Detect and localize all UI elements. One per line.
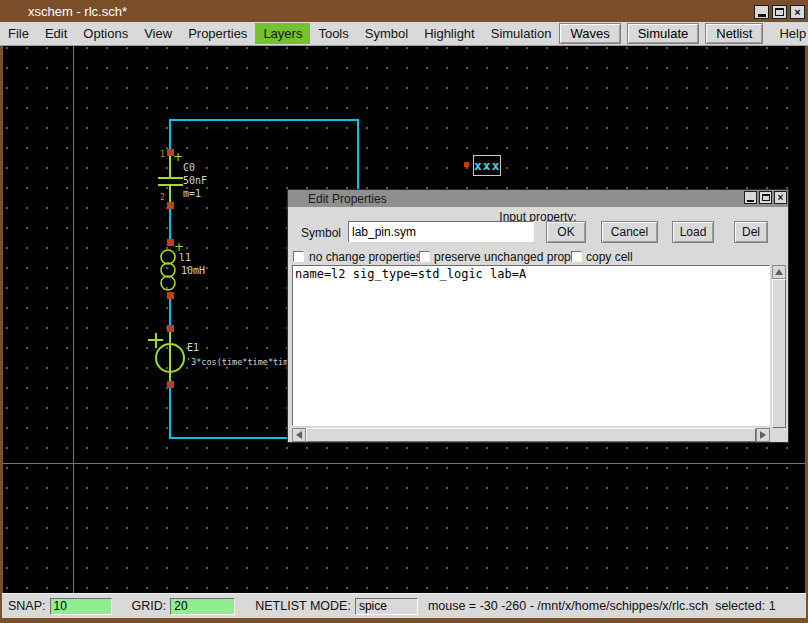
net-label-pin [464,162,469,167]
source-pin-bottom [167,381,174,388]
load-button[interactable]: Load [672,221,714,243]
menu-file[interactable]: File [0,23,37,44]
simulate-button[interactable]: Simulate [627,23,700,44]
wire-top[interactable] [169,119,359,121]
menu-layers[interactable]: Layers [255,23,310,44]
dialog-controls: × [744,191,787,204]
capacitor-multiplier-label: m=1 [183,189,201,199]
capacitor-plus-sign: + [173,153,183,162]
dialog-minimize-icon[interactable] [744,191,757,204]
netlist-button[interactable]: Netlist [705,23,763,44]
netlist-mode-label: NETLIST MODE: [255,599,351,613]
ok-button[interactable]: OK [546,221,586,243]
wire-left-2[interactable] [169,206,171,242]
capacitor-value-label: 50nF [183,176,207,186]
snap-label: SNAP: [8,599,46,613]
copy-cell-checkbox[interactable] [571,251,582,262]
menu-tools[interactable]: Tools [310,23,356,44]
source-value-label: '3*cos(time*time*time' [186,357,299,367]
window-controls: × [754,5,805,19]
del-button[interactable]: Del [734,221,768,243]
capacitor-lead-bottom [169,186,171,202]
symbol-label: Symbol [301,226,341,240]
minimize-icon[interactable] [754,5,769,19]
grid-axis-horizontal [3,463,805,464]
scroll-right-icon[interactable] [756,428,770,442]
menu-highlight[interactable]: Highlight [416,23,483,44]
no-change-properties-label: no change properties [309,250,422,264]
properties-textarea[interactable]: name=l2 sig_type=std_logic lab=A [292,265,770,426]
preserve-unchanged-props-label: preserve unchanged props [434,250,577,264]
menu-symbol[interactable]: Symbol [357,23,416,44]
menubar: File Edit Options View Properties Layers… [0,22,808,46]
resize-grip[interactable] [772,428,786,442]
wire-left-1[interactable] [169,119,171,153]
inductor-name-label: l1 [179,253,191,263]
inductor-pin-bottom [167,292,174,299]
grid-input[interactable] [170,598,235,615]
preserve-unchanged-props-checkbox[interactable] [419,251,430,262]
cancel-button[interactable]: Cancel [601,221,658,243]
vertical-scrollbar[interactable] [772,265,786,442]
scroll-up-icon[interactable] [772,265,786,279]
wire-left-4[interactable] [169,386,171,439]
symbol-input[interactable] [348,221,534,242]
grid-axis-vertical [73,46,74,593]
wire-left-3[interactable] [169,298,171,327]
net-label-xxx[interactable]: xxx [473,155,501,176]
status-info: mouse = -30 -260 - /mnt/x/home/schippes/… [428,599,776,613]
capacitor-lead-top [169,156,171,177]
source-pin-top [167,325,174,332]
close-icon[interactable]: × [790,5,805,19]
xschem-window: xschem - rlc.sch* × File Edit Options Vi… [0,0,808,623]
menu-options[interactable]: Options [75,23,136,44]
no-change-properties-checkbox[interactable] [293,251,304,262]
menu-view[interactable]: View [136,23,180,44]
capacitor-name-label: C0 [183,163,195,173]
horizontal-scrollbar[interactable] [292,428,770,442]
scroll-left-icon[interactable] [292,428,306,442]
menu-properties[interactable]: Properties [180,23,255,44]
copy-cell-label: copy cell [586,250,633,264]
capacitor-plate-top [158,177,183,179]
dialog-title: Edit Properties [308,192,387,206]
capacitor-pin2-number: 2 [160,194,165,202]
window-titlebar[interactable]: xschem - rlc.sch* × [0,0,808,22]
grid-label: GRID: [132,599,167,613]
inductor-pin-top [167,239,174,246]
maximize-icon[interactable] [772,5,787,19]
menu-simulation[interactable]: Simulation [483,23,560,44]
source-circle [155,343,185,373]
vertical-scroll-thumb[interactable] [772,279,786,428]
inductor-value-label: 10mH [181,266,205,276]
statusbar: SNAP: GRID: NETLIST MODE: mouse = -30 -2… [2,593,806,618]
capacitor-pin-bottom [167,202,174,209]
capacitor-pin1-number: 1 [160,151,165,159]
menu-help[interactable]: Help [769,23,808,44]
edit-properties-dialog: Edit Properties × Input property: Symbol… [287,189,789,443]
window-title: xschem - rlc.sch* [28,4,127,19]
netlist-mode-input[interactable] [355,598,418,615]
menu-edit[interactable]: Edit [37,23,75,44]
dialog-maximize-icon[interactable] [759,191,772,204]
snap-input[interactable] [50,598,112,615]
dialog-titlebar[interactable]: Edit Properties × [288,190,788,207]
dialog-close-icon[interactable]: × [774,191,787,204]
horizontal-scroll-thumb[interactable] [306,428,756,442]
waves-button[interactable]: Waves [559,23,620,44]
inductor-coil [155,249,181,293]
source-name-label: E1 [187,343,199,353]
